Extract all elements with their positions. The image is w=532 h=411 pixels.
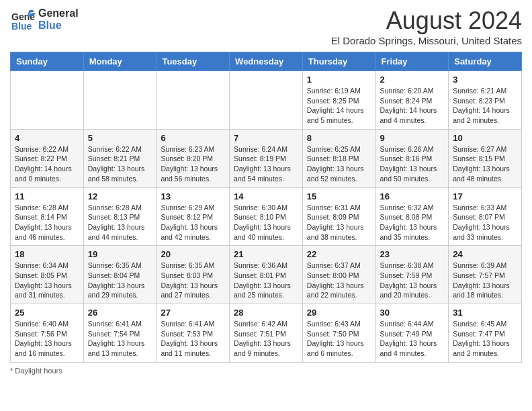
logo: General Blue General Blue [10, 7, 79, 32]
weekday-header-monday: Monday [83, 52, 157, 71]
day-info: Sunrise: 6:24 AM Sunset: 8:19 PM Dayligh… [234, 144, 298, 184]
calendar-cell [11, 71, 84, 130]
day-info: Sunrise: 6:45 AM Sunset: 7:47 PM Dayligh… [453, 319, 517, 359]
day-number: 6 [161, 133, 225, 143]
calendar-week-row: 4Sunrise: 6:22 AM Sunset: 8:22 PM Daylig… [11, 129, 522, 187]
calendar-week-row: 1Sunrise: 6:19 AM Sunset: 8:25 PM Daylig… [11, 71, 522, 130]
calendar-cell: 13Sunrise: 6:29 AM Sunset: 8:12 PM Dayli… [157, 187, 230, 246]
calendar-cell: 9Sunrise: 6:26 AM Sunset: 8:16 PM Daylig… [375, 129, 449, 187]
calendar-cell: 27Sunrise: 6:41 AM Sunset: 7:53 PM Dayli… [157, 304, 230, 363]
day-number: 18 [15, 249, 79, 259]
day-info: Sunrise: 6:37 AM Sunset: 8:00 PM Dayligh… [307, 261, 371, 300]
calendar-cell: 5Sunrise: 6:22 AM Sunset: 8:21 PM Daylig… [83, 129, 157, 187]
day-info: Sunrise: 6:28 AM Sunset: 8:14 PM Dayligh… [15, 203, 79, 242]
day-number: 17 [453, 191, 517, 201]
weekday-header-saturday: Saturday [449, 52, 522, 71]
weekday-header-friday: Friday [375, 52, 449, 71]
calendar-week-row: 25Sunrise: 6:40 AM Sunset: 7:56 PM Dayli… [11, 304, 522, 363]
day-number: 14 [234, 191, 298, 201]
day-number: 2 [380, 75, 445, 85]
day-number: 13 [161, 191, 225, 201]
day-number: 28 [234, 308, 298, 318]
day-number: 12 [88, 191, 152, 201]
calendar-cell: 6Sunrise: 6:23 AM Sunset: 8:20 PM Daylig… [157, 129, 230, 187]
calendar-cell: 28Sunrise: 6:42 AM Sunset: 7:51 PM Dayli… [230, 304, 303, 363]
weekday-header-sunday: Sunday [11, 52, 84, 71]
day-info: Sunrise: 6:35 AM Sunset: 8:03 PM Dayligh… [161, 261, 225, 300]
footer-note: * Daylight hours [10, 367, 522, 375]
day-info: Sunrise: 6:23 AM Sunset: 8:20 PM Dayligh… [161, 144, 225, 184]
calendar-cell: 8Sunrise: 6:25 AM Sunset: 8:18 PM Daylig… [302, 129, 375, 187]
day-info: Sunrise: 6:19 AM Sunset: 8:25 PM Dayligh… [307, 86, 371, 126]
calendar-cell: 17Sunrise: 6:33 AM Sunset: 8:07 PM Dayli… [449, 187, 522, 246]
calendar-cell: 19Sunrise: 6:35 AM Sunset: 8:04 PM Dayli… [83, 246, 157, 304]
calendar-cell: 30Sunrise: 6:44 AM Sunset: 7:49 PM Dayli… [375, 304, 449, 363]
day-number: 5 [88, 133, 152, 143]
page-title: August 2024 [331, 7, 522, 35]
day-info: Sunrise: 6:41 AM Sunset: 7:53 PM Dayligh… [161, 319, 225, 359]
day-info: Sunrise: 6:22 AM Sunset: 8:22 PM Dayligh… [15, 144, 79, 184]
day-number: 24 [453, 249, 517, 259]
page-subtitle: El Dorado Springs, Missouri, United Stat… [331, 35, 522, 46]
calendar-cell: 23Sunrise: 6:38 AM Sunset: 7:59 PM Dayli… [375, 246, 449, 304]
calendar-week-row: 18Sunrise: 6:34 AM Sunset: 8:05 PM Dayli… [11, 246, 522, 304]
day-number: 1 [307, 75, 371, 85]
calendar-cell: 16Sunrise: 6:32 AM Sunset: 8:08 PM Dayli… [375, 187, 449, 246]
calendar-cell [157, 71, 230, 130]
day-info: Sunrise: 6:28 AM Sunset: 8:13 PM Dayligh… [88, 203, 152, 242]
day-info: Sunrise: 6:30 AM Sunset: 8:10 PM Dayligh… [234, 203, 298, 242]
day-info: Sunrise: 6:25 AM Sunset: 8:18 PM Dayligh… [307, 144, 371, 184]
calendar-cell: 2Sunrise: 6:20 AM Sunset: 8:24 PM Daylig… [375, 71, 449, 130]
day-info: Sunrise: 6:42 AM Sunset: 7:51 PM Dayligh… [234, 319, 298, 359]
logo-icon: General Blue [10, 7, 36, 32]
day-info: Sunrise: 6:40 AM Sunset: 7:56 PM Dayligh… [15, 319, 79, 359]
logo-blue: Blue [38, 19, 79, 32]
day-info: Sunrise: 6:41 AM Sunset: 7:54 PM Dayligh… [88, 319, 152, 359]
logo-general: General [38, 7, 79, 19]
footer-text: Daylight hours [15, 367, 62, 375]
day-info: Sunrise: 6:27 AM Sunset: 8:15 PM Dayligh… [453, 144, 517, 184]
day-info: Sunrise: 6:38 AM Sunset: 7:59 PM Dayligh… [380, 261, 445, 300]
calendar-cell: 14Sunrise: 6:30 AM Sunset: 8:10 PM Dayli… [230, 187, 303, 246]
day-number: 20 [161, 249, 225, 259]
calendar-cell: 24Sunrise: 6:39 AM Sunset: 7:57 PM Dayli… [449, 246, 522, 304]
day-info: Sunrise: 6:22 AM Sunset: 8:21 PM Dayligh… [88, 144, 152, 184]
day-number: 4 [15, 133, 79, 143]
calendar-cell: 1Sunrise: 6:19 AM Sunset: 8:25 PM Daylig… [302, 71, 375, 130]
svg-text:Blue: Blue [11, 21, 32, 32]
calendar-cell: 4Sunrise: 6:22 AM Sunset: 8:22 PM Daylig… [11, 129, 84, 187]
calendar-cell [83, 71, 157, 130]
day-number: 27 [161, 308, 225, 318]
day-number: 22 [307, 249, 371, 259]
title-area: August 2024 El Dorado Springs, Missouri,… [331, 7, 522, 46]
day-number: 21 [234, 249, 298, 259]
logo-text: General Blue [38, 7, 79, 31]
calendar-cell: 10Sunrise: 6:27 AM Sunset: 8:15 PM Dayli… [449, 129, 522, 187]
calendar-cell: 18Sunrise: 6:34 AM Sunset: 8:05 PM Dayli… [11, 246, 84, 304]
calendar-cell: 31Sunrise: 6:45 AM Sunset: 7:47 PM Dayli… [449, 304, 522, 363]
header: General Blue General Blue August 2024 El… [10, 7, 522, 46]
day-number: 15 [307, 191, 371, 201]
day-info: Sunrise: 6:26 AM Sunset: 8:16 PM Dayligh… [380, 144, 445, 184]
day-info: Sunrise: 6:44 AM Sunset: 7:49 PM Dayligh… [380, 319, 445, 359]
day-number: 31 [453, 308, 517, 318]
day-number: 16 [380, 191, 445, 201]
weekday-header-wednesday: Wednesday [230, 52, 303, 71]
day-info: Sunrise: 6:33 AM Sunset: 8:07 PM Dayligh… [453, 203, 517, 242]
day-number: 30 [380, 308, 445, 318]
day-number: 29 [307, 308, 371, 318]
day-number: 8 [307, 133, 371, 143]
calendar-cell: 20Sunrise: 6:35 AM Sunset: 8:03 PM Dayli… [157, 246, 230, 304]
calendar-cell: 3Sunrise: 6:21 AM Sunset: 8:23 PM Daylig… [449, 71, 522, 130]
calendar-header-row: SundayMondayTuesdayWednesdayThursdayFrid… [11, 52, 522, 71]
day-info: Sunrise: 6:21 AM Sunset: 8:23 PM Dayligh… [453, 86, 517, 126]
calendar-cell: 12Sunrise: 6:28 AM Sunset: 8:13 PM Dayli… [83, 187, 157, 246]
day-number: 23 [380, 249, 445, 259]
day-number: 19 [88, 249, 152, 259]
calendar-cell: 22Sunrise: 6:37 AM Sunset: 8:00 PM Dayli… [302, 246, 375, 304]
day-number: 7 [234, 133, 298, 143]
day-number: 3 [453, 75, 517, 85]
day-info: Sunrise: 6:39 AM Sunset: 7:57 PM Dayligh… [453, 261, 517, 300]
calendar-table: SundayMondayTuesdayWednesdayThursdayFrid… [10, 52, 522, 363]
day-info: Sunrise: 6:34 AM Sunset: 8:05 PM Dayligh… [15, 261, 79, 300]
